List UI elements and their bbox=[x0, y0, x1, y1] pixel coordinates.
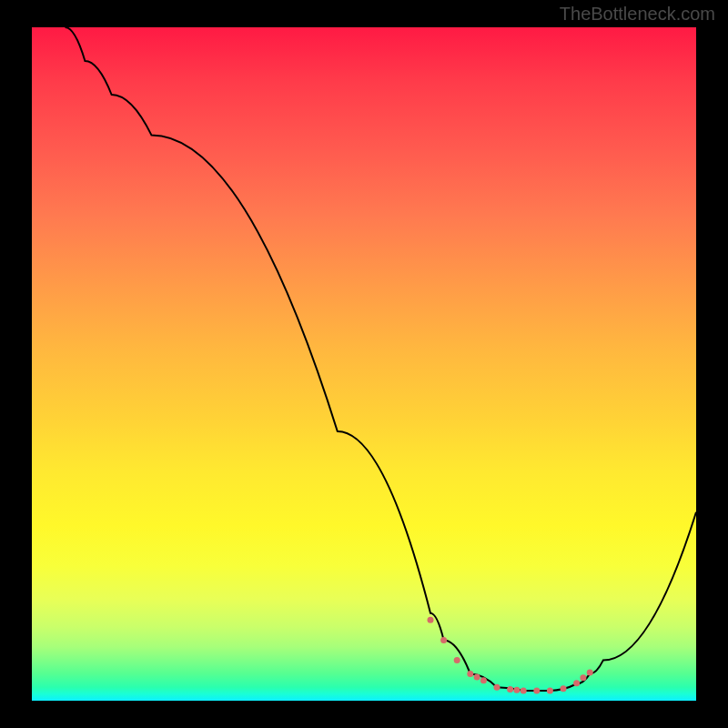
svg-point-10 bbox=[533, 687, 540, 693]
svg-point-1 bbox=[440, 637, 447, 643]
svg-point-8 bbox=[513, 687, 520, 693]
svg-point-14 bbox=[580, 674, 586, 681]
svg-point-0 bbox=[428, 617, 434, 623]
svg-point-11 bbox=[547, 687, 553, 693]
curve-dots bbox=[428, 617, 593, 694]
svg-point-6 bbox=[494, 684, 500, 691]
svg-point-9 bbox=[521, 687, 527, 693]
svg-point-2 bbox=[454, 657, 460, 663]
svg-point-12 bbox=[561, 685, 567, 692]
svg-point-13 bbox=[573, 680, 580, 686]
svg-point-5 bbox=[480, 677, 487, 683]
svg-point-7 bbox=[507, 686, 513, 693]
watermark-text: TheBottleneck.com bbox=[560, 4, 715, 25]
svg-point-3 bbox=[467, 671, 473, 677]
svg-point-15 bbox=[587, 669, 593, 675]
curve-line bbox=[66, 27, 697, 691]
chart-svg bbox=[32, 27, 696, 701]
svg-point-4 bbox=[474, 674, 480, 681]
chart-container bbox=[32, 27, 696, 701]
